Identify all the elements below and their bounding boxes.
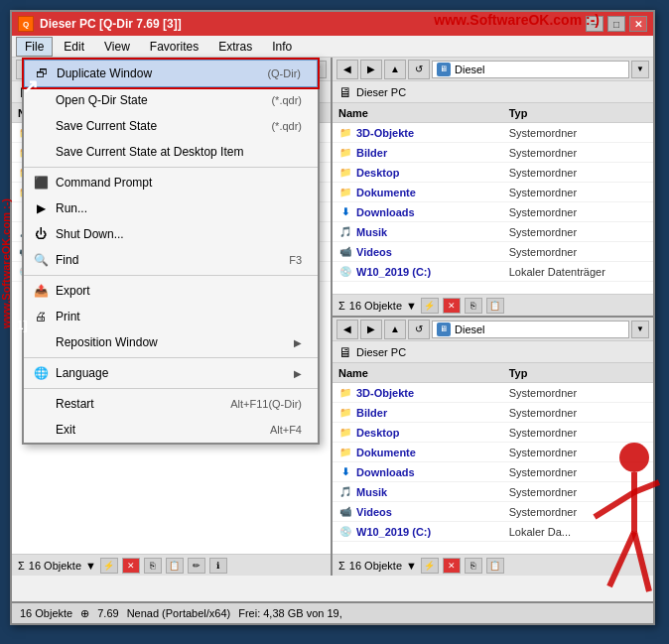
list-item[interactable]: 📁Dokumente Systemordner [333,183,653,202]
menu-cmd[interactable]: ⬛ Command Prompt [24,170,318,195]
col-typ-header-rt[interactable]: Typ [509,107,653,119]
path-text-rb: Dieser PC [356,346,406,358]
menu-extras[interactable]: Extras [209,37,261,57]
bottom-count: 16 Objekte [20,607,72,619]
menu-save-desktop[interactable]: Save Current State at Desktop Item [24,139,318,165]
save-state-label: Save Current State [56,119,157,133]
duplicate-label: Duplicate Window [57,66,152,80]
list-item[interactable]: 📁3D-Objekte Systemordner [333,383,653,403]
menu-info[interactable]: Info [263,37,301,57]
status-paste-rb[interactable]: 📋 [486,558,504,574]
bottom-version-num: 7.69 [97,607,118,619]
window-title: Dieser PC [Q-Dir 7.69 [3]] [40,17,182,31]
find-icon: 🔍 [32,251,50,269]
menu-save-state[interactable]: Save Current State (*.qdr) [24,113,318,139]
list-item[interactable]: 📁Bilder Systemordner [333,403,653,423]
status-copy-btn[interactable]: ⎘ [144,558,162,574]
menu-item-left: Open Q-Dir State [32,91,148,109]
music-icon: 🎵 [338,485,352,499]
address-bar-rt[interactable]: 🖥 Diesel [432,61,629,78]
list-item[interactable]: 📁3D-Objekte Systemordner [333,123,653,143]
path-icon-rb: 🖥 [338,344,352,360]
status-edit-btn[interactable]: ✏ [188,558,205,574]
path-bar-rt: 🖥 Dieser PC [333,81,653,103]
forward-btn-rb[interactable]: ▶ [360,320,382,339]
file-dropdown-menu: 🗗 Duplicate Window (Q-Dir) Open Q-Dir St… [22,58,320,445]
col-name-header-rt[interactable]: Name [333,107,509,119]
list-item[interactable]: 🎵Musik Systemordner [333,222,653,242]
restart-shortcut: Alt+F11(Q-Dir) [230,398,302,410]
back-btn-rb[interactable]: ◀ [336,320,358,339]
status-paste-rt[interactable]: 📋 [486,298,504,314]
exit-label: Exit [56,423,75,437]
list-item[interactable]: 📁Desktop Systemordner [333,423,653,443]
menu-language[interactable]: 🌐 Language ▶ [24,360,318,386]
address-dropdown-rt[interactable]: ▼ [631,61,649,78]
reposition-icon [32,333,50,351]
status-props-btn[interactable]: ℹ [209,558,227,574]
status-btn-rb1[interactable]: ⚡ [421,558,439,574]
address-bar-rb[interactable]: 🖥 Diesel [432,321,629,338]
menu-shutdown[interactable]: ⏻ Shut Down... [24,221,318,247]
up-btn-rb[interactable]: ▲ [384,320,406,339]
address-icon-rb: 🖥 [437,322,451,336]
folder-icon: 📁 [338,146,352,160]
menu-reposition[interactable]: Reposition Window ▶ [24,329,318,355]
shutdown-icon: ⏻ [32,225,50,243]
menu-restart[interactable]: Restart Alt+F11(Q-Dir) [24,391,318,417]
status-btn-rt1[interactable]: ⚡ [421,298,439,314]
menu-duplicate-window[interactable]: 🗗 Duplicate Window (Q-Dir) [24,60,318,87]
menu-find[interactable]: 🔍 Find F3 [24,247,318,273]
list-item[interactable]: ⬇Downloads Systemordner [333,202,653,222]
menu-export[interactable]: 📤 Export [24,278,318,304]
menu-separator-4 [24,388,318,389]
menu-file[interactable]: File [16,37,53,57]
status-count-rt: 16 Objekte [349,300,402,312]
list-item[interactable]: 📁Bilder Systemordner [333,143,653,163]
up-btn-rt[interactable]: ▲ [384,60,406,79]
status-paste-btn[interactable]: 📋 [166,558,184,574]
path-icon-rt: 🖥 [338,84,352,100]
list-item[interactable]: 📹Videos Systemordner [333,502,653,522]
menu-item-left: Save Current State [32,117,157,135]
list-item[interactable]: 💿W10_2019 (C:) Lokaler Da... [333,522,653,542]
menu-edit[interactable]: Edit [55,37,93,57]
maximize-button[interactable]: □ [607,16,625,32]
menu-open-state[interactable]: Open Q-Dir State (*.qdr) [24,87,318,113]
col-typ-header-rb[interactable]: Typ [509,367,653,379]
menu-run[interactable]: ▶ Run... [24,195,318,221]
refresh-btn-rt[interactable]: ↺ [408,60,430,79]
refresh-btn-rb[interactable]: ↺ [408,320,430,339]
status-delete-btn[interactable]: ✕ [122,558,140,574]
list-item[interactable]: ⬇Downloads Systemordner [333,462,653,482]
address-text-rb: Diesel [455,323,485,335]
status-bar-rt: Σ 16 Objekte ▼ ⚡ ✕ ⎘ 📋 [333,294,653,316]
status-copy-rb[interactable]: ⎘ [465,558,482,574]
list-item[interactable]: 💿W10_2019 (C:) Lokaler Datenträger [333,262,653,282]
menu-separator-2 [24,275,318,276]
menu-print[interactable]: 🖨 Print [24,304,318,329]
list-item[interactable]: 📁Desktop Systemordner [333,163,653,183]
col-name-header-rb[interactable]: Name [333,367,509,379]
status-sigma-rt: Σ [338,300,345,312]
status-delete-rt[interactable]: ✕ [443,298,461,314]
list-item[interactable]: 🎵Musik Systemordner [333,482,653,502]
menu-view[interactable]: View [95,37,139,57]
status-count-left: 16 Objekte [29,560,81,572]
list-item[interactable]: 📹Videos Systemordner [333,242,653,262]
forward-btn-rt[interactable]: ▶ [360,60,382,79]
close-button[interactable]: ✕ [629,16,647,32]
status-copy-rt[interactable]: ⎘ [465,298,482,314]
list-item[interactable]: 📁Dokumente Systemordner [333,443,653,462]
address-dropdown-rb[interactable]: ▼ [631,321,649,338]
duplicate-shortcut: (Q-Dir) [267,67,301,79]
status-btn-1[interactable]: ⚡ [100,558,118,574]
menu-bar: File Edit View Favorites Extras Info [12,36,653,58]
find-shortcut: F3 [289,254,302,266]
restart-icon [32,395,50,413]
menu-exit[interactable]: Exit Alt+F4 [24,417,318,443]
menu-favorites[interactable]: Favorites [141,37,207,57]
language-icon: 🌐 [32,364,50,382]
back-btn-rt[interactable]: ◀ [336,60,358,79]
status-delete-rb[interactable]: ✕ [443,558,461,574]
